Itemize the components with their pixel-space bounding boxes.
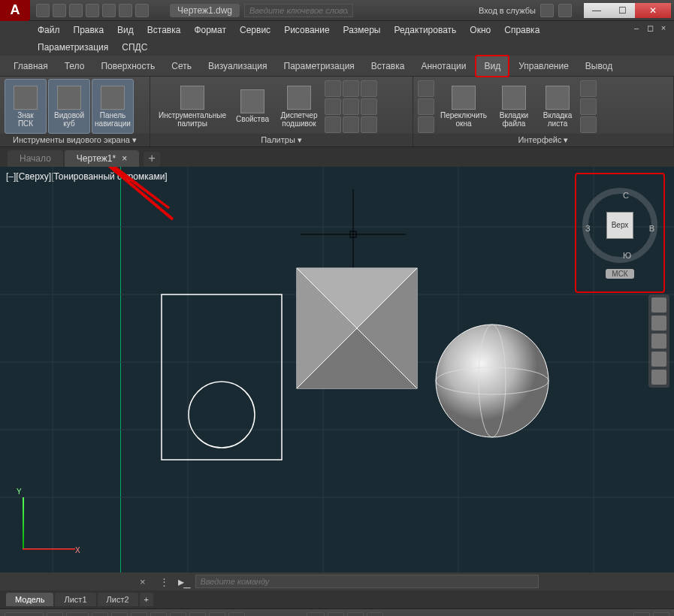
app-logo[interactable]: A <box>0 0 30 21</box>
maximize-button[interactable]: ☐ <box>609 3 635 18</box>
rtab-surface[interactable]: Поверхность <box>93 56 162 76</box>
qat-undo-icon[interactable] <box>119 4 132 17</box>
cmdline-handle-icon[interactable]: ⋮ <box>155 576 174 587</box>
iface-small6-icon[interactable] <box>580 116 597 133</box>
rtab-insert[interactable]: Вставка <box>364 56 413 76</box>
palette-small9-icon[interactable] <box>361 116 377 133</box>
tool-palettes-button[interactable]: Инструментальные палитры <box>155 79 230 134</box>
status-custom-icon[interactable]: ≡ <box>653 612 669 617</box>
status-dyn-icon[interactable]: + <box>189 612 206 617</box>
layout-tab-button[interactable]: Вкладка листа <box>536 79 579 134</box>
palette-small7-icon[interactable] <box>361 80 377 97</box>
viewcube-south[interactable]: Ю <box>623 251 631 260</box>
qat-save-icon[interactable] <box>69 4 83 17</box>
status-clean-icon[interactable]: ▢ <box>633 612 650 617</box>
menu-parametric[interactable]: Параметризация <box>38 42 108 53</box>
iface-small5-icon[interactable] <box>580 98 597 115</box>
qat-new-icon[interactable] <box>36 4 50 17</box>
menu-help[interactable]: Справка <box>504 25 540 35</box>
status-3dosnap-icon[interactable]: ◧ <box>150 612 167 617</box>
iface-small2-icon[interactable] <box>418 98 434 115</box>
rgroup-viewport-tools-title[interactable]: Инструменты видового экрана ▾ <box>0 134 150 146</box>
help-icon[interactable] <box>558 4 572 17</box>
iface-small4-icon[interactable] <box>580 80 597 97</box>
switch-windows-button[interactable]: Переключить окна <box>436 79 491 134</box>
status-lwt-icon[interactable]: ≡ <box>209 612 225 617</box>
viewcube-north[interactable]: С <box>623 191 629 200</box>
viewcube-west[interactable]: З <box>585 224 591 233</box>
nav-orbit-icon[interactable] <box>651 352 666 367</box>
rtab-view[interactable]: Вид <box>475 55 509 77</box>
tab-start[interactable]: Начало <box>8 150 63 167</box>
rtab-manage[interactable]: Управление <box>511 56 576 76</box>
signin-link[interactable]: Вход в службы <box>479 6 536 15</box>
status-workspace-icon[interactable]: ✲ <box>367 612 383 617</box>
sheet-set-button[interactable]: Диспетчер подшивок <box>275 79 323 134</box>
status-grid-icon[interactable]: ▦ <box>47 612 63 617</box>
navbar-button[interactable]: Панель навигации <box>92 79 134 134</box>
palette-small4-icon[interactable] <box>343 80 359 97</box>
viewcube-wcs-button[interactable]: МСК <box>606 269 633 279</box>
file-tabs-button[interactable]: Вкладки файла <box>493 79 535 134</box>
nav-showmotion-icon[interactable] <box>651 370 666 385</box>
menu-draw[interactable]: Рисование <box>284 25 329 35</box>
command-input[interactable] <box>195 575 540 588</box>
status-osnap-icon[interactable]: □ <box>131 612 147 617</box>
tab-drawing1[interactable]: Чертеж1*× <box>65 150 139 167</box>
rtab-visualize[interactable]: Визуализация <box>201 56 275 76</box>
rtab-output[interactable]: Вывод <box>578 56 620 76</box>
rtab-parametric[interactable]: Параметризация <box>277 56 362 76</box>
ucs-icon-button[interactable]: Знак ПСК <box>5 79 47 134</box>
rtab-home[interactable]: Главная <box>6 56 56 76</box>
layout-tab-sheet1[interactable]: Лист1 <box>55 593 95 606</box>
tab-new-button[interactable]: + <box>144 152 160 167</box>
menu-insert[interactable]: Вставка <box>147 25 181 35</box>
status-model-button[interactable]: МОДЕЛЬ <box>5 612 44 617</box>
menu-spds[interactable]: СПДС <box>122 42 147 53</box>
menu-edit[interactable]: Правка <box>74 25 104 35</box>
status-gear-icon[interactable]: ✲ <box>328 612 344 617</box>
viewcube-east[interactable]: В <box>649 224 654 233</box>
status-tpy-icon[interactable]: ▤ <box>228 612 245 617</box>
viewcube-button[interactable]: Видовой куб <box>48 79 90 134</box>
status-otrack-icon[interactable]: ∠ <box>170 612 186 617</box>
close-button[interactable]: ✕ <box>635 3 671 18</box>
qat-open-icon[interactable] <box>53 4 66 17</box>
qat-print-icon[interactable] <box>102 4 116 17</box>
layout-tab-model[interactable]: Модель <box>6 593 53 606</box>
minimize-button[interactable]: — <box>584 3 609 18</box>
palette-small2-icon[interactable] <box>325 98 341 115</box>
menu-tools[interactable]: Сервис <box>240 25 271 35</box>
status-snap-icon[interactable]: ⋮⋮ <box>66 612 89 617</box>
rgroup-interface-title[interactable]: Интерфейс ▾ <box>413 134 673 146</box>
doc-close-icon[interactable]: × <box>657 23 669 34</box>
palette-small3-icon[interactable] <box>325 116 341 133</box>
cmdline-close-icon[interactable]: × <box>135 576 150 587</box>
tab-close-icon[interactable]: × <box>122 153 127 164</box>
doc-minimize-icon[interactable]: – <box>630 23 642 34</box>
menu-dimension[interactable]: Размеры <box>343 25 381 35</box>
palette-small1-icon[interactable] <box>325 80 341 97</box>
status-scale-button[interactable]: 1:1 <box>307 612 325 617</box>
iface-small1-icon[interactable] <box>418 80 434 97</box>
palette-small8-icon[interactable] <box>361 98 377 115</box>
palette-small6-icon[interactable] <box>343 116 359 133</box>
menu-format[interactable]: Формат <box>194 25 226 35</box>
exchange-icon[interactable] <box>540 4 554 17</box>
nav-zoom-icon[interactable] <box>651 334 666 349</box>
layout-tab-add[interactable]: + <box>140 593 153 606</box>
viewcube-top-face[interactable]: Верх <box>606 212 633 239</box>
rtab-mesh[interactable]: Сеть <box>164 56 199 76</box>
qat-redo-icon[interactable] <box>135 4 149 17</box>
properties-button[interactable]: Свойства <box>231 79 274 134</box>
menu-view[interactable]: Вид <box>117 25 134 35</box>
menu-modify[interactable]: Редактировать <box>394 25 456 35</box>
iface-small3-icon[interactable] <box>418 116 434 133</box>
rgroup-palettes-title[interactable]: Палитры ▾ <box>150 134 413 146</box>
search-input[interactable] <box>244 4 353 17</box>
doc-restore-icon[interactable]: ◻ <box>644 23 656 34</box>
layout-tab-sheet2[interactable]: Лист2 <box>98 593 138 606</box>
rtab-annotate[interactable]: Аннотации <box>413 56 473 76</box>
qat-saveas-icon[interactable] <box>86 4 99 17</box>
menu-file[interactable]: Файл <box>38 25 60 35</box>
